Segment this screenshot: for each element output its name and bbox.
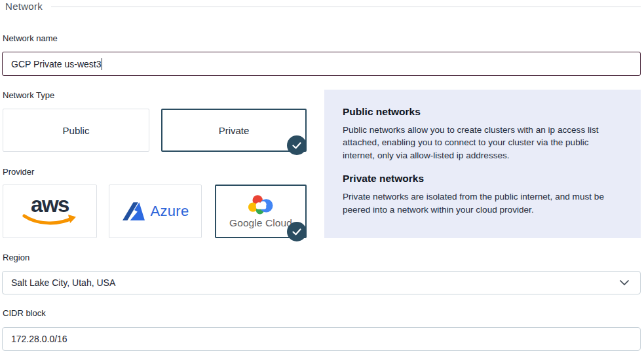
network-type-option-private[interactable]: Private bbox=[161, 109, 307, 152]
google-cloud-logo-text: Google Cloud bbox=[229, 217, 292, 229]
check-icon bbox=[292, 142, 301, 149]
network-type-option-label: Private bbox=[219, 125, 250, 136]
network-form-page: Network Network name GCP Private us-west… bbox=[0, 0, 644, 354]
cidr-block-input[interactable]: 172.28.0.0/16 bbox=[2, 327, 641, 351]
info-heading: Public networks bbox=[343, 106, 622, 118]
network-info-panel: Public networks Public networks allow yo… bbox=[324, 90, 641, 238]
chevron-down-icon bbox=[620, 280, 629, 285]
divider bbox=[51, 7, 641, 7]
page-title: Network bbox=[5, 1, 43, 12]
selected-badge bbox=[287, 222, 307, 241]
network-type-label: Network Type bbox=[3, 90, 54, 100]
info-section-private: Private networks Private networks are is… bbox=[343, 173, 622, 216]
network-type-option-public[interactable]: Public bbox=[3, 109, 149, 152]
network-name-input[interactable]: GCP Private us-west3 bbox=[2, 52, 641, 76]
provider-option-google-cloud[interactable]: Google Cloud bbox=[215, 185, 307, 238]
info-section-public: Public networks Public networks allow yo… bbox=[343, 106, 622, 162]
aws-logo-text: aws bbox=[31, 196, 69, 213]
cidr-block-label: CIDR block bbox=[3, 308, 46, 318]
azure-logo: Azure bbox=[122, 201, 189, 222]
region-label: Region bbox=[3, 253, 29, 262]
section-header: Network bbox=[5, 1, 641, 12]
text-cursor-caret bbox=[102, 58, 102, 70]
provider-option-azure[interactable]: Azure bbox=[109, 185, 202, 238]
google-cloud-icon bbox=[248, 194, 274, 215]
azure-logo-text: Azure bbox=[151, 203, 189, 220]
selected-badge bbox=[287, 135, 307, 155]
region-value: Salt Lake City, Utah, USA bbox=[11, 277, 115, 288]
azure-icon bbox=[122, 201, 145, 222]
network-name-value: GCP Private us-west3 bbox=[11, 59, 101, 69]
network-name-label: Network name bbox=[3, 33, 58, 43]
info-heading: Private networks bbox=[343, 173, 622, 185]
network-type-option-label: Public bbox=[63, 125, 90, 136]
aws-logo: aws bbox=[21, 196, 79, 226]
info-body: Private networks are isolated from the p… bbox=[343, 190, 622, 216]
cidr-block-value: 172.28.0.0/16 bbox=[11, 334, 67, 344]
provider-label: Provider bbox=[3, 167, 34, 177]
provider-option-aws[interactable]: aws bbox=[3, 185, 97, 238]
info-body: Public networks allow you to create clus… bbox=[343, 124, 622, 162]
region-select[interactable]: Salt Lake City, Utah, USA bbox=[2, 271, 641, 294]
check-icon bbox=[292, 228, 301, 236]
aws-smile-icon bbox=[21, 213, 79, 226]
